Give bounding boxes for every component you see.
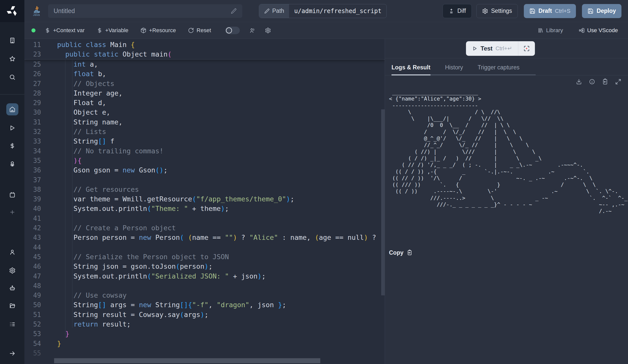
sidebar-item-folders[interactable] xyxy=(6,302,18,309)
code-line-29[interactable]: 29 Float d, xyxy=(24,98,385,108)
editor-settings-gear-icon[interactable] xyxy=(265,27,271,33)
line-number: 25 xyxy=(24,60,57,69)
code-line-36[interactable]: 36 Gson gson = new Gson(); xyxy=(24,165,385,175)
sidebar xyxy=(0,0,24,364)
library-button[interactable]: Library xyxy=(537,27,563,34)
code-text: Gson gson = new Gson(); xyxy=(57,165,168,175)
sidebar-item-schedules[interactable] xyxy=(6,192,18,198)
sidebar-item-settings[interactable] xyxy=(6,267,18,274)
draft-button[interactable]: Draft Ctrl+S xyxy=(524,4,576,18)
download-icon[interactable] xyxy=(576,78,582,85)
path-edit-button[interactable]: Path xyxy=(259,4,289,18)
code-line-54[interactable]: 54} xyxy=(24,339,385,348)
code-line-33[interactable]: 33 String[] f xyxy=(24,136,385,146)
code-line-43[interactable]: 43 Person person = new Person( (name == … xyxy=(24,233,385,242)
code-line-49[interactable]: 49 // Use cowsay xyxy=(24,291,385,300)
code-line-35[interactable]: 35 ){ xyxy=(24,156,385,165)
code-line-31[interactable]: 31 String name, xyxy=(24,117,385,127)
code-line-28[interactable]: 28 Integer age, xyxy=(24,88,385,98)
sidebar-item-workspace[interactable] xyxy=(6,37,18,44)
clipboard-copy-icon[interactable] xyxy=(602,78,608,85)
windmill-logo[interactable] xyxy=(0,0,24,22)
code-text: return result; xyxy=(57,320,131,329)
sidebar-item-home[interactable] xyxy=(6,103,18,115)
code-line-30[interactable]: 30 Object e, xyxy=(24,108,385,117)
line-number: 28 xyxy=(24,88,57,98)
diff-button[interactable]: Diff xyxy=(443,4,472,18)
settings-button[interactable]: Settings xyxy=(476,4,518,18)
test-button[interactable]: Test Ctrl+↵ xyxy=(466,41,518,56)
dollar-icon xyxy=(45,27,51,33)
sidebar-item-create[interactable] xyxy=(6,209,18,215)
code-line-55[interactable]: 55 xyxy=(24,348,385,358)
result-tabs-strip: Logs & Result History Trigger captures xyxy=(385,58,628,75)
expand-icon[interactable] xyxy=(615,78,621,85)
code-line-48[interactable]: 48 xyxy=(24,281,385,291)
line-number: 11 xyxy=(24,40,57,50)
code-line-32[interactable]: 32 // Lists xyxy=(24,127,385,136)
code-line-44[interactable]: 44 xyxy=(24,243,385,252)
copy-result-button[interactable]: Copy xyxy=(389,249,628,256)
code-line-25[interactable]: 25 int a, xyxy=(24,60,385,69)
code-line-27[interactable]: 27 // Objects xyxy=(24,79,385,88)
sidebar-item-ai[interactable] xyxy=(6,285,18,291)
sidebar-item-search[interactable] xyxy=(6,74,18,80)
add-variable-button[interactable]: +Variable xyxy=(97,27,128,34)
tab-trigger-captures[interactable]: Trigger captures xyxy=(478,64,520,75)
code-line-11[interactable]: 11public class Main { xyxy=(24,40,385,50)
code-line-26[interactable]: 26 float b, xyxy=(24,69,385,79)
preview-mode-toggle[interactable] xyxy=(225,27,240,34)
code-text: String json = gson.toJson(person); xyxy=(57,262,213,271)
info-icon[interactable] xyxy=(589,78,595,85)
sidebar-item-resources[interactable] xyxy=(6,161,18,167)
code-text: // Objects xyxy=(57,79,114,88)
sidebar-item-logs[interactable] xyxy=(6,321,18,328)
sidebar-item-variables[interactable] xyxy=(6,143,18,149)
code-line-38[interactable]: 38 // Get resources xyxy=(24,185,385,194)
use-vscode-label: Use VScode xyxy=(587,27,618,34)
code-line-39[interactable]: 39 var theme = Wmill.getResource("f/app_… xyxy=(24,194,385,204)
code-text: } xyxy=(57,329,69,339)
code-line-23[interactable]: 23 public static Object main( xyxy=(24,50,385,59)
sidebar-item-runs[interactable] xyxy=(6,125,18,131)
code-line-45[interactable]: 45 // Serialize the Person object to JSO… xyxy=(24,252,385,262)
tab-history[interactable]: History xyxy=(445,64,463,75)
code-line-37[interactable]: 37 xyxy=(24,175,385,185)
reset-button[interactable]: Reset xyxy=(188,27,211,34)
pencil-icon xyxy=(264,8,270,14)
sidebar-item-expand[interactable] xyxy=(6,350,18,357)
line-number: 27 xyxy=(24,79,57,88)
add-context-var-button[interactable]: +Context var xyxy=(45,27,85,34)
sidebar-item-account[interactable] xyxy=(6,249,18,255)
copy-label: Copy xyxy=(389,249,404,256)
user-voice-icon[interactable] xyxy=(249,27,255,33)
code-line-42[interactable]: 42 // Create a Person object xyxy=(24,223,385,233)
path-value[interactable]: u/admin/refreshed_script xyxy=(289,4,386,18)
line-number: 48 xyxy=(24,281,57,291)
edit-title-pencil-icon[interactable] xyxy=(231,8,237,14)
add-resource-button[interactable]: +Resource xyxy=(140,27,176,34)
script-title-input[interactable]: Untitled xyxy=(48,4,242,18)
code-line-50[interactable]: 50 String[] args = new String[]{"-f", "d… xyxy=(24,300,385,310)
code-text: } xyxy=(57,339,61,348)
sidebar-item-favorites[interactable] xyxy=(6,56,18,62)
main-column: Java Untitled Path u/admin/refreshed_scr… xyxy=(24,0,628,364)
play-icon xyxy=(9,125,16,131)
code-line-40[interactable]: 40 System.out.println("Theme: " + theme)… xyxy=(24,204,385,213)
code-line-46[interactable]: 46 String json = gson.toJson(person); xyxy=(24,262,385,271)
code-editor[interactable]: 25 int a,26 float b,27 // Objects28 Inte… xyxy=(24,39,385,364)
code-line-41[interactable]: 41 xyxy=(24,214,385,223)
windmill-icon xyxy=(7,5,18,17)
editor-horizontal-scrollbar[interactable] xyxy=(54,358,320,363)
code-line-51[interactable]: 51 String result = Cowsay.say(args); xyxy=(24,310,385,320)
code-line-47[interactable]: 47 System.out.println("Serialized JSON: … xyxy=(24,271,385,281)
test-button-group: Test Ctrl+↵ xyxy=(466,41,535,56)
deploy-button[interactable]: Deploy xyxy=(582,4,621,18)
code-text: ){ xyxy=(57,156,82,165)
code-line-34[interactable]: 34 // No trailing commas! xyxy=(24,146,385,156)
code-line-52[interactable]: 52 return result; xyxy=(24,320,385,329)
tab-logs-result[interactable]: Logs & Result xyxy=(391,64,430,75)
use-vscode-button[interactable]: Use VScode xyxy=(579,27,618,34)
capture-test-button[interactable] xyxy=(518,41,535,56)
code-line-53[interactable]: 53 } xyxy=(24,329,385,339)
